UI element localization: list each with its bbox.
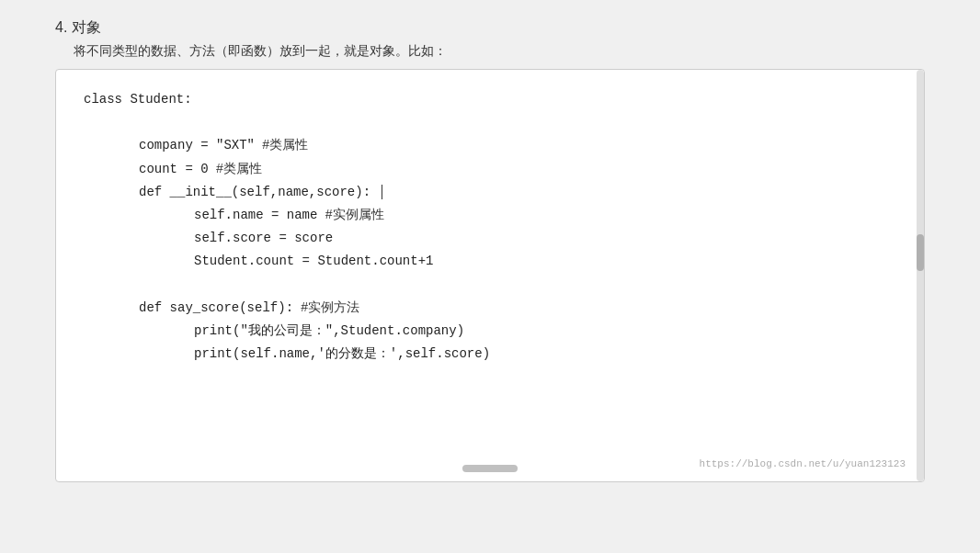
code-comment: #实例方法 [301, 300, 359, 315]
code-line: class Student: [84, 88, 896, 111]
code-line: company = "SXT"#类属性 [84, 134, 896, 157]
code-line: def say_score(self):#实例方法 [84, 297, 896, 320]
code-line: Student.count = Student.count+1 [84, 250, 896, 273]
section-title: 对象 [72, 19, 101, 35]
code-line [84, 111, 896, 134]
code-line: self.name = name#实例属性 [84, 204, 896, 227]
scrollbar[interactable] [917, 70, 924, 481]
code-line: self.score = score [84, 227, 896, 250]
code-comment: #类属性 [216, 162, 262, 176]
section-header: 4. 对象 [55, 18, 925, 38]
code-block: class Student: company = "SXT"#类属性count … [55, 69, 925, 482]
code-line: count = 0#类属性 [84, 158, 896, 181]
code-line [84, 274, 896, 297]
section-number: 4. [55, 19, 67, 35]
code-line: print(self.name,'的分数是：',self.score) [84, 343, 896, 366]
page-container: 4. 对象 将不同类型的数据、方法（即函数）放到一起，就是对象。比如： clas… [0, 0, 980, 553]
scrollbar-thumb[interactable] [917, 234, 924, 271]
watermark: https://blog.csdn.net/u/yuan123123 [700, 456, 906, 474]
scroll-handle[interactable] [462, 465, 518, 472]
code-comment: #类属性 [262, 138, 308, 152]
section-description: 将不同类型的数据、方法（即函数）放到一起，就是对象。比如： [74, 43, 925, 60]
code-lines: class Student: company = "SXT"#类属性count … [84, 88, 896, 366]
code-line: def __init__(self,name,score): [84, 181, 896, 204]
code-line: print("我的公司是：",Student.company) [84, 320, 896, 343]
code-comment: #实例属性 [325, 208, 383, 222]
text-cursor [382, 185, 382, 199]
